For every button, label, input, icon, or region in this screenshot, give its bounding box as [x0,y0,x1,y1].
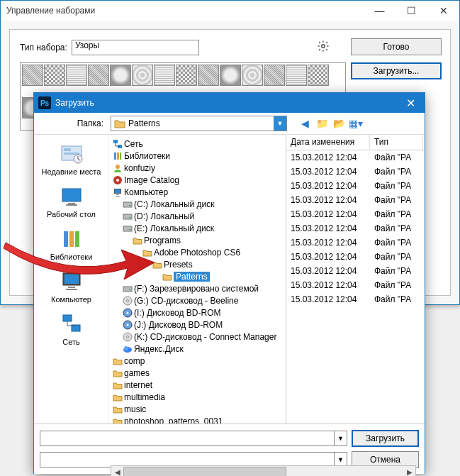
file-row[interactable]: 15.03.2012 12:04Файл "PA [286,165,425,179]
tree-item[interactable]: (D:) Локальный [112,210,286,222]
tree-item[interactable]: comp [112,355,286,367]
tree-item-label: (G:) CD-дисковод - Beeline [134,296,238,306]
view-menu-icon[interactable]: ▦▾ [349,117,362,130]
tree-item[interactable]: Patterns [112,270,286,282]
tree-item[interactable]: konfuziy [112,162,286,174]
tree-item[interactable]: Presets [112,258,286,270]
file-row[interactable]: 15.03.2012 12:04Файл "PA [286,264,425,278]
folder-icon [162,272,172,282]
preset-thumb[interactable] [242,65,263,86]
preset-thumb[interactable] [198,65,219,86]
tree-item[interactable]: (E:) Локальный диск [112,222,286,234]
svg-point-24 [116,179,119,182]
folder-icon [112,380,123,390]
file-row[interactable]: 15.03.2012 12:04Файл "PA [286,292,425,306]
svg-rect-30 [129,205,131,206]
file-row[interactable]: 15.03.2012 12:04Файл "PA [286,150,425,165]
ready-button[interactable]: Готово [351,38,442,55]
file-list[interactable]: Дата изменения Тип 15.03.2012 12:04Файл … [286,135,425,424]
back-icon[interactable]: ◀ [298,117,311,130]
dialog-load-button[interactable]: Загрузить [352,430,419,447]
bd-icon [122,308,133,318]
preset-thumb[interactable] [132,65,153,86]
folder-name: Patterns [128,118,274,128]
tree-item-label: Patterns [174,272,210,282]
tree-item[interactable]: Яндекс.Диск [112,343,286,355]
file-row[interactable]: 15.03.2012 12:04Файл "PA [286,193,425,207]
tree-item[interactable]: (I:) Дисковод BD-ROM [112,306,286,319]
scroll-left-icon[interactable]: ◀ [111,466,123,476]
preset-type-label: Тип набора: [20,43,67,52]
preset-thumb[interactable] [220,65,241,86]
file-row[interactable]: 15.03.2012 12:04Файл "PA [286,236,425,250]
place-desktop[interactable]: Рабочий стол [38,182,106,221]
preset-thumb[interactable] [66,65,87,86]
tree-item[interactable]: Image Catalog [112,174,286,186]
file-row[interactable]: 15.03.2012 12:04Файл "PA [286,179,425,193]
folder-tree[interactable]: СетьБиблиотекиkonfuziyImage CatalogКомпь… [109,135,286,424]
load-dialog-close-button[interactable]: ✕ [396,93,425,113]
tree-item[interactable]: Programs [112,234,286,246]
tree-item[interactable]: games [112,367,286,379]
pm-minimize-button[interactable]: — [364,1,396,21]
file-row[interactable]: 15.03.2012 12:04Файл "PA [286,250,425,264]
tree-item[interactable]: (G:) CD-дисковод - Beeline [112,294,286,306]
tree-item[interactable]: Библиотеки [112,150,286,162]
pm-close-button[interactable]: ✕ [427,1,459,21]
tree-item[interactable]: (F:) Зарезервировано системой [112,282,286,294]
gear-icon[interactable] [317,40,330,52]
folder-icon [112,356,123,366]
tree-item[interactable]: internet [112,379,286,391]
place-computer[interactable]: Компьютер [38,267,106,306]
computer-icon [60,270,84,294]
preset-thumb[interactable] [88,65,109,86]
file-row[interactable]: 15.03.2012 12:04Файл "PA [286,221,425,236]
tree-item-label: (D:) Локальный [134,211,194,221]
preset-thumb[interactable] [286,65,307,86]
filename-combo[interactable]: ▼ [40,431,347,446]
tree-item[interactable]: Сеть [112,138,286,150]
place-recent[interactable]: Недавние места [38,139,106,179]
scroll-right-icon[interactable]: ▶ [403,466,415,476]
file-type: Файл "PA [370,153,423,162]
svg-rect-12 [64,275,79,284]
load-button[interactable]: Загрузить... [351,62,442,79]
svg-point-22 [116,165,120,169]
preset-thumb[interactable] [308,65,329,86]
folder-icon [114,118,125,128]
tree-item[interactable]: (K:) CD-дисковод - Connect Manager [112,331,286,343]
tree-item[interactable]: Adobe Photoshop CS6 [112,246,286,258]
folder-dropdown-icon[interactable]: ▼ [274,116,286,131]
horizontal-scrollbar[interactable]: ◀ ▶ [111,465,416,476]
load-dialog-toolbar: Папка: Patterns ▼ ◀ 📁 📂 ▦▾ [34,113,425,134]
tree-item-label: (F:) Зарезервировано системой [134,284,259,294]
svg-rect-32 [129,217,131,218]
recent-icon [60,142,84,166]
tree-item[interactable]: music [112,403,286,415]
file-row[interactable]: 15.03.2012 12:04Файл "PA [286,278,425,292]
file-row[interactable]: 15.03.2012 12:04Файл "PA [286,207,425,221]
up-icon[interactable]: 📁 [315,117,328,130]
preset-thumb[interactable] [22,65,43,86]
preset-thumb[interactable] [44,65,65,86]
tree-item[interactable]: (C:) Локальный диск [112,198,286,210]
col-type[interactable]: Тип [370,135,423,150]
tree-item[interactable]: (J:) Дисковод BD-ROM [112,319,286,331]
tree-item[interactable]: Компьютер [112,186,286,198]
preset-thumb[interactable] [176,65,197,86]
places-sidebar: Недавние места Рабочий стол Библиотеки К… [34,135,109,424]
preset-thumb[interactable] [110,65,131,86]
preset-thumb[interactable] [264,65,285,86]
tree-item[interactable]: photoshop_patterns_0031 [112,415,286,424]
new-folder-icon[interactable]: 📂 [332,117,345,130]
preset-thumb[interactable] [154,65,175,86]
pm-maximize-button[interactable]: ☐ [396,1,427,21]
folder-icon [142,248,152,258]
place-network[interactable]: Сеть [38,309,106,349]
scrollbar-thumb[interactable] [123,467,286,476]
folder-select[interactable]: Patterns ▼ [111,116,287,131]
col-date[interactable]: Дата изменения [286,135,370,150]
preset-type-select[interactable]: Узоры [72,40,199,55]
tree-item[interactable]: multimedia [112,391,286,403]
place-libraries[interactable]: Библиотеки [38,224,106,264]
